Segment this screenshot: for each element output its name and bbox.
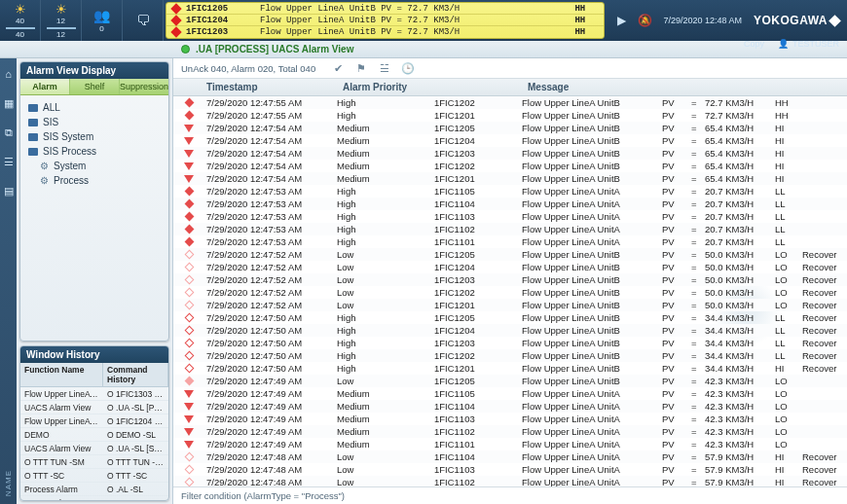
indicator-4[interactable]: 🗨 [123,0,164,41]
alarm-row[interactable]: 7/29/2020 12:47:52 AM Low 1FIC1205 Flow … [173,248,847,261]
row-pv: PV [662,161,687,171]
tree-item-sis-system[interactable]: SIS System [26,129,163,144]
alarm-row[interactable]: 7/29/2020 12:47:55 AM High 1FIC1201 Flow… [173,109,847,122]
alarm-row[interactable]: 7/29/2020 12:47:53 AM High 1FIC1102 Flow… [173,223,847,235]
alarm-row[interactable]: 7/29/2020 12:47:52 AM Low 1FIC1202 Flow … [173,286,847,299]
banner-alarm-row[interactable]: 1FIC1205 Flow Upper LineA UnitB PV = 72.… [166,3,604,15]
rail-tiles-icon[interactable]: ▤ [1,183,17,198]
alarm-row[interactable]: 7/29/2020 12:47:49 AM Low 1FIC1205 Flow … [173,375,847,387]
alarm-row[interactable]: 7/29/2020 12:47:53 AM High 1FIC1101 Flow… [173,235,847,248]
rail-list-icon[interactable]: ☰ [1,154,17,169]
alarm-row[interactable]: 7/29/2020 12:47:52 AM Low 1FIC1201 Flow … [173,299,847,311]
indicator-3[interactable]: 👥 0 [82,0,123,41]
row-eq: = [691,388,701,399]
alarm-row[interactable]: 7/29/2020 12:47:50 AM High 1FIC1204 Flow… [173,324,847,337]
alarm-row[interactable]: 7/29/2020 12:47:54 AM Medium 1FIC1202 Fl… [173,160,847,172]
priority-low-recover-icon [184,478,194,486]
indicator-2[interactable]: ☀ 12 12 [41,0,82,41]
window-history-row[interactable]: System Alarm MessageO .SA -SL [20,496,168,500]
rail-grid-icon[interactable]: ▦ [1,95,17,111]
alarm-row[interactable]: 7/29/2020 12:47:48 AM Low 1FIC1102 Flow … [173,476,847,486]
chat-icon: 🗨 [136,13,150,28]
col-message[interactable]: Message [522,79,847,95]
alarm-row[interactable]: 7/29/2020 12:47:55 AM High 1FIC1202 Flow… [173,96,847,109]
user-name: TESTUSER [792,39,839,49]
tree-item-system[interactable]: ⚙System [26,159,163,173]
alarm-row[interactable]: 7/29/2020 12:47:49 AM Medium 1FIC1103 Fl… [173,413,847,425]
user-menu[interactable]: 👤 TESTUSER [778,39,839,49]
alarm-row[interactable]: 7/29/2020 12:47:50 AM High 1FIC1201 Flow… [173,362,847,375]
alarm-row[interactable]: 7/29/2020 12:47:50 AM High 1FIC1202 Flow… [173,349,847,362]
alarm-row[interactable]: 7/29/2020 12:47:52 AM Low 1FIC1204 Flow … [173,261,847,273]
window-history-row[interactable]: O TTT TUN -SMO TTT TUN -SM [20,455,168,469]
alarm-row[interactable]: 7/29/2020 12:47:53 AM High 1FIC1103 Flow… [173,210,847,223]
tree-item-label: SIS [43,117,58,127]
window-history-row[interactable]: UACS Alarm ViewO .UA -SL [PROCESS] [20,401,168,414]
wh-col-function[interactable]: Function Name [20,363,103,386]
alarm-row[interactable]: 7/29/2020 12:47:54 AM Medium 1FIC1203 Fl… [173,147,847,160]
row-message: Flow Upper LineA UnitB PV = 50.0 KM3/H L… [522,300,847,310]
tree-item-sis-process[interactable]: SIS Process [26,144,163,159]
row-eq: = [691,186,701,197]
indicator-1[interactable]: ☀ 40 40 [0,0,41,41]
banner-alarm-row[interactable]: 1FIC1203 Flow Upper LineA UnitB PV = 72.… [166,26,604,38]
row-message: Flow Upper LineA UnitB PV = 50.0 KM3/H L… [522,274,847,285]
alarm-row[interactable]: 7/29/2020 12:47:48 AM Low 1FIC1103 Flow … [173,463,847,476]
alarm-row[interactable]: 7/29/2020 12:47:50 AM High 1FIC1205 Flow… [173,311,847,324]
row-timestamp: 7/29/2020 12:47:48 AM [201,464,337,475]
bell-mute-icon[interactable]: 🔕 [638,14,651,27]
tab-alarm[interactable]: Alarm [20,79,70,94]
row-val: 65.4 KM3/H [705,135,771,146]
alarm-row[interactable]: 7/29/2020 12:47:53 AM High 1FIC1104 Flow… [173,198,847,210]
tree-item-sis[interactable]: SIS [26,115,163,129]
row-desc: Flow Upper LineA UnitB [522,161,658,171]
window-history-row[interactable]: Flow Upper LineA UnitBO 1FIC1204 -SC [20,414,168,428]
play-icon[interactable]: ▶ [614,14,628,27]
tree-item-all[interactable]: ALL [26,100,163,115]
tree-item-process[interactable]: ⚙Process [26,173,163,188]
col-priority[interactable]: Alarm Priority [337,79,434,95]
brand-diamond-icon [829,15,841,27]
banner-alarm-row[interactable]: 1FIC1204 Flow Upper LineA UnitB PV = 72.… [166,15,604,26]
alarm-row[interactable]: 7/29/2020 12:47:54 AM Medium 1FIC1205 Fl… [173,122,847,134]
tab-suppression[interactable]: Suppression [120,79,168,94]
window-history-row[interactable]: O TTT -SCO TTT -SC [20,469,168,483]
tab-shelf[interactable]: Shelf [70,79,120,94]
alarm-row[interactable]: 7/29/2020 12:47:49 AM Medium 1FIC1102 Fl… [173,425,847,438]
alarm-row[interactable]: 7/29/2020 12:47:49 AM Medium 1FIC1101 Fl… [173,438,847,450]
copy-button[interactable]: Copy [744,39,764,49]
alarm-msg: Flow Upper LineA UnitB PV = 72.7 KM3/H [260,16,569,25]
rail-home-icon[interactable]: ⌂ [1,66,17,82]
alarm-row[interactable]: 7/29/2020 12:47:54 AM Medium 1FIC1204 Fl… [173,134,847,147]
banner-alarm-list[interactable]: 1FIC1205 Flow Upper LineA UnitB PV = 72.… [166,2,605,39]
window-history-row[interactable]: DEMOO DEMO -SL [20,428,168,442]
wh-col-command[interactable]: Command History [103,363,168,386]
tree-item-label: SIS System [43,131,93,142]
row-desc: Flow Upper LineA UnitA [522,439,658,450]
row-pv: PV [662,426,687,437]
tree-item-label: SIS Process [43,146,96,157]
alarm-row[interactable]: 7/29/2020 12:47:49 AM Medium 1FIC1105 Fl… [173,387,847,400]
alarm-row[interactable]: 7/29/2020 12:47:48 AM Low 1FIC1104 Flow … [173,450,847,463]
grid-body[interactable]: 7/29/2020 12:47:55 AM High 1FIC1202 Flow… [173,96,847,486]
window-history-row[interactable]: UACS Alarm ViewO .UA -SL [SYSTEM] [20,442,168,455]
row-pv: PV [662,401,687,412]
rail-copy-icon[interactable]: ⧉ [1,125,17,140]
alarm-row[interactable]: 7/29/2020 12:47:54 AM Medium 1FIC1201 Fl… [173,172,847,185]
priority-high-recover-icon [184,364,194,374]
priority-high-recover-icon [184,313,194,323]
alarm-row[interactable]: 7/29/2020 12:47:49 AM Medium 1FIC1104 Fl… [173,400,847,413]
ack-icon[interactable]: ✔ [331,61,345,75]
alarm-row[interactable]: 7/29/2020 12:47:53 AM High 1FIC1105 Flow… [173,185,847,198]
alarm-row[interactable]: 7/29/2020 12:47:50 AM High 1FIC1203 Flow… [173,337,847,349]
alarm-row[interactable]: 7/29/2020 12:47:52 AM Low 1FIC1203 Flow … [173,273,847,286]
row-timestamp: 7/29/2020 12:47:53 AM [201,224,337,234]
window-history-row[interactable]: Process AlarmO .AL -SL [20,483,168,496]
window-history-row[interactable]: Flow Upper LineA UnitBO 1FIC1303 TUN -SL [20,387,168,401]
clock-icon[interactable]: 🕒 [401,61,415,75]
filter-icon[interactable]: ☱ [378,61,391,75]
row-pv: PV [662,198,687,209]
col-timestamp[interactable]: Timestamp [201,79,337,95]
row-icon [177,365,201,372]
flag-icon[interactable]: ⚑ [354,61,368,75]
